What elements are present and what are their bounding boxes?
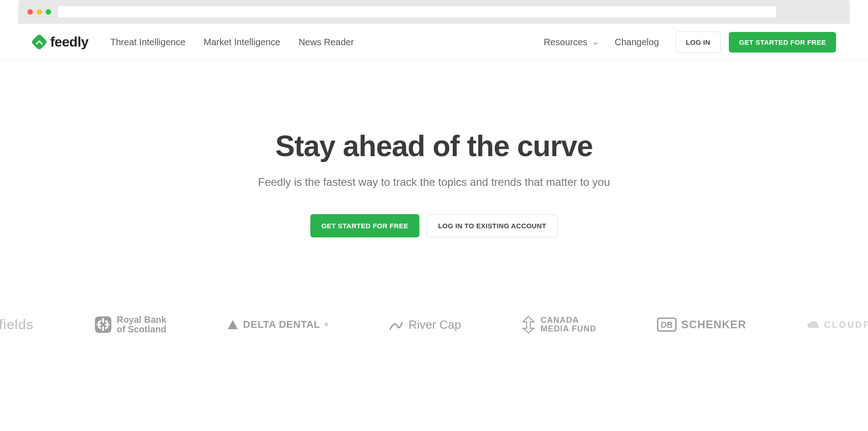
nav-buttons: LOG IN GET STARTED FOR FREE (675, 32, 836, 53)
login-button[interactable]: LOG IN (675, 32, 721, 53)
nav-links: Threat Intelligence Market Intelligence … (110, 37, 354, 47)
logo-text: feedly (50, 34, 89, 50)
feedly-logo-icon (32, 35, 47, 49)
client-logos: nfields Royal Bank of Scotland (0, 315, 868, 334)
client-logo-partial-left: nfields (0, 317, 34, 332)
nav-link-market-intelligence[interactable]: Market Intelligence (204, 37, 280, 47)
svg-rect-4 (97, 324, 101, 326)
rbs-line1: Royal Bank (117, 315, 167, 325)
hero-get-started-button[interactable]: GET STARTED FOR FREE (310, 214, 419, 237)
resources-label: Resources (544, 37, 587, 47)
registered-mark-icon: ® (325, 322, 328, 327)
minimize-window-icon[interactable] (37, 9, 42, 15)
cmf-line1: CANADA (540, 316, 596, 325)
nav-link-resources[interactable]: Resources (544, 37, 598, 47)
nav-right: Resources Changelog LOG IN GET STARTED F… (544, 32, 836, 53)
delta-text: DELTA DENTAL (243, 319, 320, 331)
hero-login-button[interactable]: LOG IN TO EXISTING ACCOUNT (427, 214, 558, 237)
nav-wrapper: feedly Threat Intelligence Market Intell… (0, 24, 868, 61)
cmf-line2: MEDIA FUND (540, 325, 596, 333)
hero: Stay ahead of the curve Feedly is the fa… (0, 61, 868, 237)
client-logo-rivercap: River Cap (388, 318, 461, 332)
rbs-icon (94, 315, 112, 334)
client-logo-delta-dental: DELTA DENTAL ® (227, 319, 328, 331)
hero-ctas: GET STARTED FOR FREE LOG IN TO EXISTING … (18, 214, 850, 237)
cloudfl-text: CLOUDFL (824, 320, 868, 330)
cloud-icon (806, 321, 819, 329)
client-logo-partial-right: CLOUDFL (806, 320, 868, 330)
svg-rect-3 (102, 326, 104, 331)
main-nav: feedly Threat Intelligence Market Intell… (18, 24, 850, 60)
get-started-button[interactable]: GET STARTED FOR FREE (729, 32, 836, 53)
close-window-icon[interactable] (27, 9, 33, 15)
nav-link-news-reader[interactable]: News Reader (298, 37, 354, 47)
chevron-down-icon (592, 39, 598, 45)
cmf-icon (521, 315, 536, 334)
browser-chrome (18, 0, 850, 24)
maximize-window-icon[interactable] (46, 9, 51, 15)
client-logo-rbs: Royal Bank of Scotland (94, 315, 167, 334)
rbs-line2: of Scotland (117, 325, 167, 334)
db-icon: DB (657, 317, 677, 332)
svg-rect-2 (102, 318, 104, 323)
url-bar[interactable] (58, 5, 777, 18)
svg-text:DB: DB (661, 321, 673, 330)
svg-rect-5 (105, 324, 110, 326)
client-logo-text: nfields (0, 317, 34, 332)
hero-subtitle: Feedly is the fastest way to track the t… (18, 176, 850, 189)
logo[interactable]: feedly (32, 34, 89, 50)
client-logo-db-schenker: DB SCHENKER (657, 317, 747, 332)
schenker-text: SCHENKER (681, 318, 747, 331)
window-controls (27, 9, 51, 15)
rivercap-text: River Cap (408, 318, 461, 332)
nav-link-changelog[interactable]: Changelog (615, 37, 659, 47)
client-logo-cmf: CANADA MEDIA FUND (521, 315, 596, 334)
hero-title: Stay ahead of the curve (18, 129, 850, 163)
delta-icon (227, 319, 239, 330)
rivercap-icon (388, 318, 404, 331)
nav-link-threat-intelligence[interactable]: Threat Intelligence (110, 37, 186, 47)
